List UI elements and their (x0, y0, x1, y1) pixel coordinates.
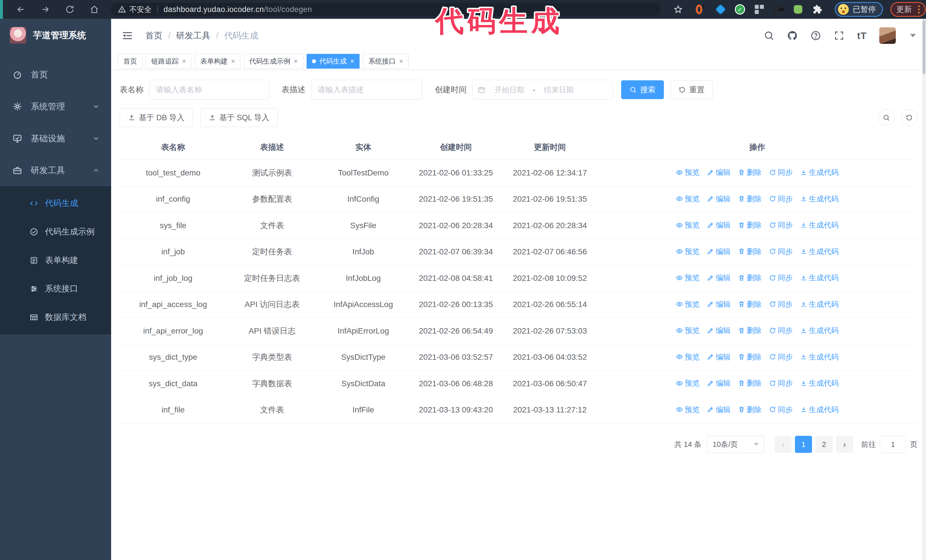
action-edit[interactable]: 编辑 (707, 299, 731, 310)
page-button-1[interactable]: 1 (795, 436, 812, 453)
action-preview[interactable]: 预览 (676, 219, 699, 231)
page-button-2[interactable]: 2 (816, 436, 832, 453)
close-icon[interactable]: × (294, 58, 298, 65)
action-delete[interactable]: 删除 (738, 325, 762, 336)
sidebar-item-infrastructure[interactable]: 基础设施 (0, 122, 111, 154)
extension-shield-check-icon[interactable]: ✓ (735, 4, 745, 15)
action-generate[interactable]: 生成代码 (800, 167, 838, 178)
tab-codegen-example[interactable]: 代码生成示例× (244, 54, 303, 69)
action-generate[interactable]: 生成代码 (800, 246, 838, 257)
action-sync[interactable]: 同步 (769, 299, 793, 310)
breadcrumb-home[interactable]: 首页 (145, 30, 162, 42)
goto-page-input[interactable] (880, 436, 906, 453)
app-logo-row[interactable]: 芋道管理系统 (0, 19, 111, 52)
sidebar-item-code-generation-example[interactable]: 代码生成示例 (0, 217, 111, 246)
sidebar-item-home[interactable]: 首页 (0, 59, 111, 91)
action-edit[interactable]: 编辑 (707, 167, 731, 178)
bookmark-star-icon[interactable] (673, 5, 683, 14)
close-icon[interactable]: × (182, 58, 186, 65)
reset-button[interactable]: 重置 (670, 80, 713, 99)
page-size-select[interactable]: 10条/页 (707, 436, 764, 453)
action-preview[interactable]: 预览 (676, 325, 699, 336)
action-delete[interactable]: 删除 (738, 404, 762, 415)
page-scrollbar[interactable] (922, 19, 926, 560)
action-edit[interactable]: 编辑 (707, 193, 731, 205)
action-delete[interactable]: 删除 (738, 351, 762, 362)
browser-reload-button[interactable] (57, 0, 82, 19)
fullscreen-icon[interactable] (834, 30, 844, 41)
github-icon[interactable] (787, 30, 798, 41)
extension-grid-icon[interactable] (754, 4, 765, 15)
action-sync[interactable]: 同步 (769, 246, 793, 257)
date-start-input[interactable] (486, 86, 533, 94)
sidebar-item-system-api[interactable]: 系统接口 (0, 275, 111, 303)
browser-update-button[interactable]: 更新 (890, 2, 926, 17)
close-icon[interactable]: × (350, 58, 354, 65)
import-sql-button[interactable]: 基于 SQL 导入 (200, 108, 278, 127)
action-delete[interactable]: 删除 (738, 246, 762, 257)
action-edit[interactable]: 编辑 (707, 219, 731, 231)
action-preview[interactable]: 预览 (676, 404, 699, 415)
action-delete[interactable]: 删除 (738, 272, 762, 284)
action-preview[interactable]: 预览 (676, 272, 699, 284)
action-sync[interactable]: 同步 (769, 351, 793, 362)
action-generate[interactable]: 生成代码 (800, 404, 838, 415)
sidebar-item-dev-tools[interactable]: 研发工具 (0, 154, 111, 186)
action-sync[interactable]: 同步 (769, 219, 793, 231)
prev-page-button[interactable]: ‹ (775, 436, 791, 453)
action-preview[interactable]: 预览 (676, 246, 699, 257)
action-delete[interactable]: 删除 (738, 167, 762, 178)
table-desc-input[interactable] (311, 80, 422, 100)
tab-form-builder[interactable]: 表单构建× (195, 54, 241, 69)
profile-paused-badge[interactable]: 已暂停 (835, 2, 883, 17)
close-icon[interactable]: × (399, 58, 403, 65)
action-delete[interactable]: 删除 (738, 193, 762, 205)
action-preview[interactable]: 预览 (676, 193, 699, 205)
action-generate[interactable]: 生成代码 (800, 299, 838, 310)
action-edit[interactable]: 编辑 (707, 246, 731, 257)
sidebar-item-form-builder[interactable]: 表单构建 (0, 246, 111, 275)
action-sync[interactable]: 同步 (769, 272, 793, 284)
sidebar-item-database-docs[interactable]: 数据库文档 (0, 303, 111, 332)
action-sync[interactable]: 同步 (769, 404, 793, 415)
action-delete[interactable]: 删除 (738, 377, 762, 389)
action-generate[interactable]: 生成代码 (800, 272, 838, 284)
extension-android-icon[interactable] (793, 4, 803, 15)
search-icon[interactable] (764, 30, 775, 41)
action-delete[interactable]: 删除 (738, 219, 762, 231)
user-menu-caret-icon[interactable] (910, 34, 916, 37)
refresh-table-button[interactable] (901, 109, 917, 126)
next-page-button[interactable]: › (836, 436, 853, 453)
action-edit[interactable]: 编辑 (707, 404, 731, 415)
address-bar[interactable]: 不安全 dashboard.yudao.iocoder.cn/tool/code… (110, 3, 660, 16)
sidebar-item-system-management[interactable]: 系统管理 (0, 91, 111, 122)
action-edit[interactable]: 编辑 (707, 351, 731, 362)
browser-back-button[interactable] (9, 0, 33, 19)
browser-forward-button[interactable] (33, 0, 57, 19)
toggle-search-button[interactable] (878, 109, 895, 126)
action-delete[interactable]: 删除 (738, 299, 762, 310)
action-generate[interactable]: 生成代码 (800, 325, 838, 336)
action-sync[interactable]: 同步 (769, 377, 793, 389)
extensions-puzzle-icon[interactable] (812, 4, 823, 15)
close-icon[interactable]: × (231, 58, 235, 65)
help-icon[interactable] (810, 30, 821, 41)
tab-system-api[interactable]: 系统接口× (363, 54, 409, 69)
action-edit[interactable]: 编辑 (707, 325, 731, 336)
action-edit[interactable]: 编辑 (707, 272, 731, 284)
action-preview[interactable]: 预览 (676, 299, 699, 310)
extension-orange-icon[interactable]: 1 (696, 4, 707, 15)
font-size-icon[interactable]: tT (857, 30, 867, 41)
action-sync[interactable]: 同步 (769, 325, 793, 336)
action-generate[interactable]: 生成代码 (800, 377, 838, 389)
date-end-input[interactable] (536, 86, 583, 94)
tab-codegen[interactable]: 代码生成× (307, 54, 360, 69)
import-db-button[interactable]: 基于 DB 导入 (120, 108, 193, 127)
action-generate[interactable]: 生成代码 (800, 193, 838, 205)
action-sync[interactable]: 同步 (769, 193, 793, 205)
date-range-picker[interactable]: - (472, 80, 613, 100)
extension-onetab-icon[interactable]: on (773, 4, 784, 15)
tab-home[interactable]: 首页 (118, 54, 142, 69)
search-button[interactable]: 搜索 (621, 80, 664, 99)
action-generate[interactable]: 生成代码 (800, 219, 838, 231)
